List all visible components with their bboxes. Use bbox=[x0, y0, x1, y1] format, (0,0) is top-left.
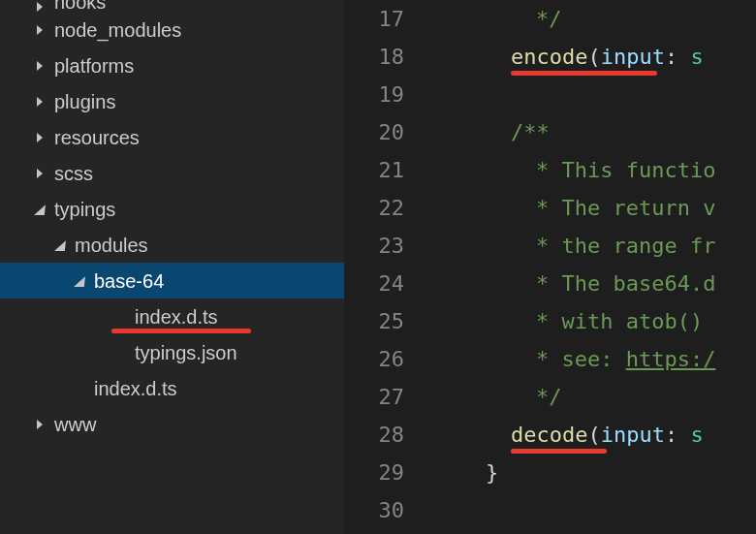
tree-item-label: scss bbox=[54, 164, 93, 183]
tree-item[interactable]: typings.json bbox=[0, 334, 344, 370]
tree-item-label: index.d.ts bbox=[135, 307, 218, 327]
code-token: ( bbox=[587, 45, 600, 69]
tree-item-label: index.d.ts bbox=[94, 379, 177, 398]
tree-item[interactable]: base-64 bbox=[0, 263, 344, 298]
tree-item-label: modules bbox=[75, 236, 148, 255]
chevron-right-icon[interactable] bbox=[33, 61, 47, 71]
code-line[interactable]: encode(input: s bbox=[431, 38, 756, 76]
code-token: } bbox=[486, 460, 498, 485]
annotation-underline bbox=[111, 329, 251, 333]
code-line[interactable] bbox=[431, 491, 756, 529]
chevron-right-icon[interactable] bbox=[33, 420, 47, 429]
tree-item[interactable]: index.d.ts bbox=[0, 298, 344, 334]
tree-item-label: typings bbox=[54, 200, 115, 219]
tree-item[interactable]: node_modules bbox=[0, 12, 344, 47]
line-number: 23 bbox=[344, 227, 431, 265]
code-token: decode bbox=[511, 423, 587, 447]
line-number: 30 bbox=[344, 491, 431, 529]
tree-item[interactable]: plugins bbox=[0, 83, 344, 119]
line-number: 27 bbox=[344, 378, 431, 416]
code-token: input bbox=[601, 45, 665, 69]
code-editor[interactable]: 1718192021222324252627282930 */encode(in… bbox=[344, 0, 756, 534]
code-line[interactable]: * the range fr bbox=[431, 227, 756, 265]
chevron-right-icon[interactable] bbox=[33, 25, 47, 35]
code-token: */ bbox=[536, 385, 562, 409]
code-line[interactable]: } bbox=[431, 454, 756, 491]
line-number: 26 bbox=[344, 340, 431, 378]
code-area[interactable]: */encode(input: s/*** This functio* The … bbox=[431, 0, 756, 534]
tree-item-label: platforms bbox=[54, 56, 134, 76]
code-token: * see: bbox=[536, 347, 626, 371]
code-line[interactable]: * with atob() bbox=[431, 302, 756, 340]
code-line[interactable] bbox=[431, 76, 756, 113]
code-token: * the range fr bbox=[536, 234, 715, 258]
tree-item[interactable]: platforms bbox=[0, 47, 344, 83]
code-token: s bbox=[690, 423, 703, 447]
code-token: https:/ bbox=[626, 347, 716, 371]
code-token: * The return v bbox=[536, 196, 715, 220]
line-number: 20 bbox=[344, 113, 431, 151]
code-token: : bbox=[665, 423, 691, 447]
code-token: /** bbox=[511, 120, 550, 144]
line-number: 25 bbox=[344, 302, 431, 340]
code-token: * This functio bbox=[536, 158, 715, 182]
line-number: 19 bbox=[344, 76, 431, 113]
chevron-right-icon[interactable] bbox=[33, 169, 47, 178]
tree-item[interactable]: www bbox=[0, 406, 344, 442]
line-number: 28 bbox=[344, 416, 431, 454]
tree-item-label: base-64 bbox=[94, 271, 164, 291]
tree-item-label: hooks bbox=[54, 0, 106, 12]
tree-item[interactable]: index.d.ts bbox=[0, 370, 344, 406]
code-line[interactable]: /** bbox=[431, 113, 756, 151]
explorer-panel: hooksnode_modulesplatformspluginsresourc… bbox=[0, 0, 344, 534]
line-number: 22 bbox=[344, 189, 431, 227]
code-line[interactable]: */ bbox=[431, 0, 756, 38]
code-token: */ bbox=[536, 7, 562, 31]
code-line[interactable]: * The base64.d bbox=[431, 265, 756, 302]
tree-item[interactable]: hooks bbox=[0, 0, 344, 12]
code-token: encode bbox=[511, 45, 587, 69]
tree-item[interactable]: typings bbox=[0, 191, 344, 227]
chevron-down-icon[interactable] bbox=[53, 239, 67, 251]
tree-item[interactable]: resources bbox=[0, 119, 344, 155]
code-line[interactable]: * The return v bbox=[431, 189, 756, 227]
code-line[interactable]: */ bbox=[431, 378, 756, 416]
code-token: : bbox=[665, 45, 691, 69]
tree-item-label: plugins bbox=[54, 92, 115, 111]
tree-item[interactable]: scss bbox=[0, 155, 344, 191]
tree-item[interactable]: modules bbox=[0, 227, 344, 263]
code-token: * The base64.d bbox=[536, 271, 715, 296]
chevron-right-icon[interactable] bbox=[33, 97, 47, 107]
code-token: ( bbox=[587, 423, 600, 447]
tree-item-label: typings.json bbox=[135, 343, 237, 362]
chevron-right-icon[interactable] bbox=[33, 2, 47, 12]
code-token: s bbox=[690, 45, 703, 69]
code-line[interactable]: * see: https:/ bbox=[431, 340, 756, 378]
line-number: 24 bbox=[344, 265, 431, 302]
line-number: 17 bbox=[344, 0, 431, 38]
chevron-down-icon[interactable] bbox=[33, 204, 47, 215]
chevron-right-icon[interactable] bbox=[33, 133, 47, 142]
line-number-gutter: 1718192021222324252627282930 bbox=[344, 0, 431, 534]
line-number: 18 bbox=[344, 38, 431, 76]
code-token: input bbox=[601, 423, 665, 447]
tree-item-label: node_modules bbox=[54, 20, 181, 40]
tree-item-label: resources bbox=[54, 128, 140, 147]
chevron-down-icon[interactable] bbox=[73, 275, 86, 287]
code-token: * with atob() bbox=[536, 309, 703, 333]
code-line[interactable]: decode(input: s bbox=[431, 416, 756, 454]
tree-item-label: www bbox=[54, 415, 96, 434]
line-number: 29 bbox=[344, 454, 431, 491]
line-number: 21 bbox=[344, 151, 431, 189]
code-line[interactable]: * This functio bbox=[431, 151, 756, 189]
